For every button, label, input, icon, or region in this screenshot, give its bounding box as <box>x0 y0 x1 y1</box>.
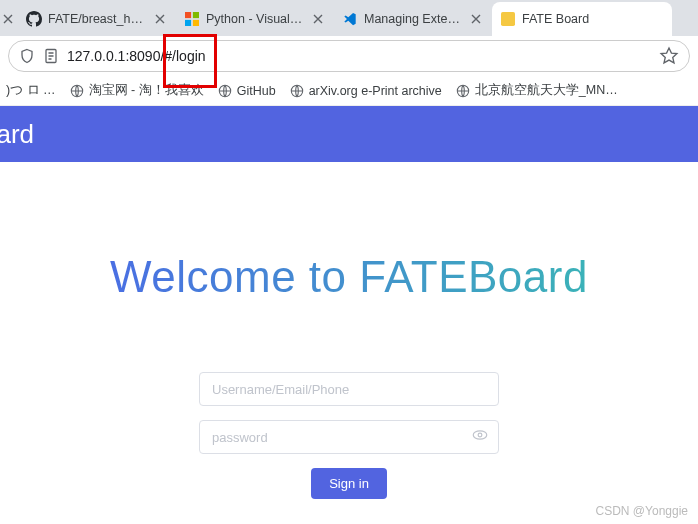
app-banner: oard <box>0 106 698 162</box>
close-icon[interactable] <box>468 11 484 27</box>
tab-github-fate[interactable]: FATE/breast_hete <box>18 2 176 36</box>
bookmark-item[interactable]: 淘宝网 - 淘！我喜欢 <box>70 82 204 99</box>
bookmarks-bar: )つ ロ … 淘宝网 - 淘！我喜欢 GitHub arXiv.org e-Pr… <box>0 76 698 106</box>
svg-rect-2 <box>185 20 191 26</box>
fate-icon <box>500 11 516 27</box>
page-icon[interactable] <box>43 48 59 64</box>
tab-managing-ext[interactable]: Managing Extensi <box>334 2 492 36</box>
url-text: 127.0.0.1:8090/#/login <box>67 48 651 64</box>
tab-title: Managing Extensi <box>364 12 462 26</box>
tab-title: Python - Visual St <box>206 12 304 26</box>
globe-icon <box>290 84 304 98</box>
svg-rect-1 <box>193 12 199 18</box>
banner-title: oard <box>0 119 34 150</box>
ms-icon <box>184 11 200 27</box>
bookmark-item[interactable]: arXiv.org e-Print archive <box>290 84 442 98</box>
close-icon[interactable] <box>0 11 16 27</box>
globe-icon <box>456 84 470 98</box>
bookmark-star-icon[interactable] <box>659 46 679 66</box>
globe-icon <box>218 84 232 98</box>
bookmark-label: GitHub <box>237 84 276 98</box>
close-icon[interactable] <box>310 11 326 27</box>
signin-button[interactable]: Sign in <box>311 468 387 499</box>
bookmark-item[interactable]: )つ ロ … <box>6 82 56 99</box>
tab-strip: rd FATE/breast_hete Python - Visual St M… <box>0 0 698 36</box>
tab-fate-board[interactable]: FATE Board <box>492 2 672 36</box>
welcome-heading: Welcome to FATEBoard <box>110 252 588 302</box>
tab-title: FATE/breast_hete <box>48 12 146 26</box>
login-panel: Welcome to FATEBoard Sign in <box>0 162 698 499</box>
address-row: 127.0.0.1:8090/#/login <box>0 36 698 76</box>
password-input[interactable] <box>199 420 499 454</box>
shield-icon[interactable] <box>19 48 35 64</box>
bookmark-item[interactable]: 北京航空航天大学_MN… <box>456 82 618 99</box>
eye-icon[interactable] <box>471 426 489 448</box>
bookmark-label: 北京航空航天大学_MN… <box>475 82 618 99</box>
svg-rect-3 <box>193 20 199 26</box>
tab-title: FATE Board <box>522 12 664 26</box>
bookmark-label: )つ ロ … <box>6 82 56 99</box>
globe-icon <box>70 84 84 98</box>
bookmark-label: arXiv.org e-Print archive <box>309 84 442 98</box>
login-form: Sign in <box>199 372 499 499</box>
svg-point-11 <box>478 433 482 437</box>
svg-rect-4 <box>501 12 515 26</box>
bookmark-item[interactable]: GitHub <box>218 84 276 98</box>
watermark: CSDN @Yonggie <box>596 504 688 518</box>
svg-rect-0 <box>185 12 191 18</box>
tab-python-vs[interactable]: Python - Visual St <box>176 2 334 36</box>
tab-partial-left[interactable]: rd <box>0 2 18 36</box>
username-input[interactable] <box>199 372 499 406</box>
vscode-icon <box>342 11 358 27</box>
svg-point-10 <box>473 431 487 439</box>
address-bar[interactable]: 127.0.0.1:8090/#/login <box>8 40 690 72</box>
github-icon <box>26 11 42 27</box>
close-icon[interactable] <box>152 11 168 27</box>
bookmark-label: 淘宝网 - 淘！我喜欢 <box>89 82 204 99</box>
